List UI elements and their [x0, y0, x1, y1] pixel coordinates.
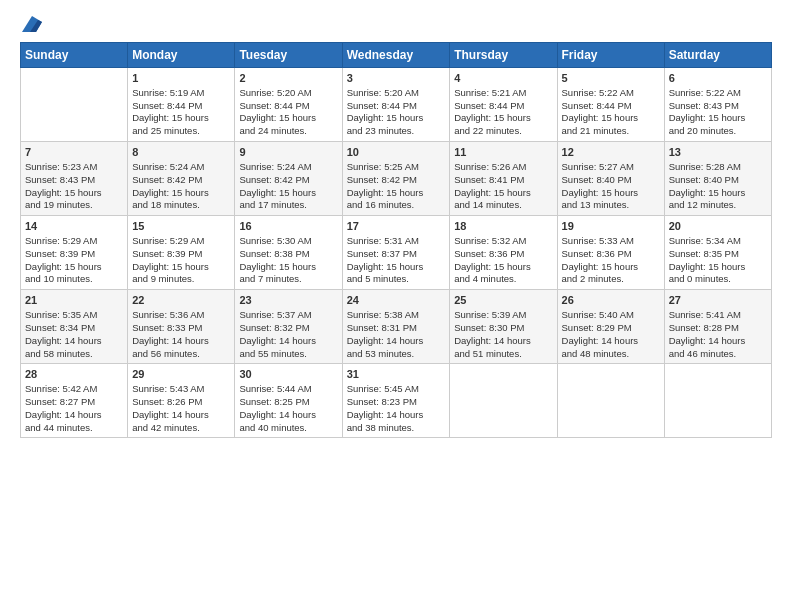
- day-info: Sunrise: 5:35 AM Sunset: 8:34 PM Dayligh…: [25, 309, 102, 358]
- header: [20, 16, 772, 32]
- column-header-wednesday: Wednesday: [342, 43, 450, 68]
- day-info: Sunrise: 5:21 AM Sunset: 8:44 PM Dayligh…: [454, 87, 531, 136]
- day-cell: 31Sunrise: 5:45 AM Sunset: 8:23 PM Dayli…: [342, 364, 450, 438]
- day-number: 2: [239, 71, 337, 86]
- day-cell: 6Sunrise: 5:22 AM Sunset: 8:43 PM Daylig…: [664, 68, 771, 142]
- day-cell: 25Sunrise: 5:39 AM Sunset: 8:30 PM Dayli…: [450, 290, 557, 364]
- calendar-header: SundayMondayTuesdayWednesdayThursdayFrid…: [21, 43, 772, 68]
- day-number: 28: [25, 367, 123, 382]
- day-cell: 4Sunrise: 5:21 AM Sunset: 8:44 PM Daylig…: [450, 68, 557, 142]
- day-number: 5: [562, 71, 660, 86]
- day-info: Sunrise: 5:39 AM Sunset: 8:30 PM Dayligh…: [454, 309, 531, 358]
- day-cell: 28Sunrise: 5:42 AM Sunset: 8:27 PM Dayli…: [21, 364, 128, 438]
- day-info: Sunrise: 5:20 AM Sunset: 8:44 PM Dayligh…: [239, 87, 316, 136]
- day-number: 20: [669, 219, 767, 234]
- day-cell: 26Sunrise: 5:40 AM Sunset: 8:29 PM Dayli…: [557, 290, 664, 364]
- day-info: Sunrise: 5:40 AM Sunset: 8:29 PM Dayligh…: [562, 309, 639, 358]
- week-row-3: 14Sunrise: 5:29 AM Sunset: 8:39 PM Dayli…: [21, 216, 772, 290]
- calendar-body: 1Sunrise: 5:19 AM Sunset: 8:44 PM Daylig…: [21, 68, 772, 438]
- logo-icon: [22, 16, 42, 32]
- day-info: Sunrise: 5:25 AM Sunset: 8:42 PM Dayligh…: [347, 161, 424, 210]
- day-number: 17: [347, 219, 446, 234]
- day-info: Sunrise: 5:37 AM Sunset: 8:32 PM Dayligh…: [239, 309, 316, 358]
- day-cell: [664, 364, 771, 438]
- day-number: 21: [25, 293, 123, 308]
- day-number: 8: [132, 145, 230, 160]
- day-info: Sunrise: 5:43 AM Sunset: 8:26 PM Dayligh…: [132, 383, 209, 432]
- day-number: 19: [562, 219, 660, 234]
- day-cell: 17Sunrise: 5:31 AM Sunset: 8:37 PM Dayli…: [342, 216, 450, 290]
- day-info: Sunrise: 5:29 AM Sunset: 8:39 PM Dayligh…: [132, 235, 209, 284]
- day-number: 1: [132, 71, 230, 86]
- day-info: Sunrise: 5:28 AM Sunset: 8:40 PM Dayligh…: [669, 161, 746, 210]
- column-header-thursday: Thursday: [450, 43, 557, 68]
- day-cell: 27Sunrise: 5:41 AM Sunset: 8:28 PM Dayli…: [664, 290, 771, 364]
- day-cell: [21, 68, 128, 142]
- day-info: Sunrise: 5:24 AM Sunset: 8:42 PM Dayligh…: [132, 161, 209, 210]
- day-cell: 7Sunrise: 5:23 AM Sunset: 8:43 PM Daylig…: [21, 142, 128, 216]
- column-header-saturday: Saturday: [664, 43, 771, 68]
- day-cell: 20Sunrise: 5:34 AM Sunset: 8:35 PM Dayli…: [664, 216, 771, 290]
- day-number: 10: [347, 145, 446, 160]
- day-number: 14: [25, 219, 123, 234]
- day-cell: 1Sunrise: 5:19 AM Sunset: 8:44 PM Daylig…: [128, 68, 235, 142]
- day-info: Sunrise: 5:27 AM Sunset: 8:40 PM Dayligh…: [562, 161, 639, 210]
- day-cell: 15Sunrise: 5:29 AM Sunset: 8:39 PM Dayli…: [128, 216, 235, 290]
- day-number: 29: [132, 367, 230, 382]
- day-number: 27: [669, 293, 767, 308]
- day-cell: 9Sunrise: 5:24 AM Sunset: 8:42 PM Daylig…: [235, 142, 342, 216]
- week-row-5: 28Sunrise: 5:42 AM Sunset: 8:27 PM Dayli…: [21, 364, 772, 438]
- day-number: 23: [239, 293, 337, 308]
- logo: [20, 16, 42, 32]
- day-info: Sunrise: 5:36 AM Sunset: 8:33 PM Dayligh…: [132, 309, 209, 358]
- day-number: 6: [669, 71, 767, 86]
- week-row-1: 1Sunrise: 5:19 AM Sunset: 8:44 PM Daylig…: [21, 68, 772, 142]
- day-cell: 5Sunrise: 5:22 AM Sunset: 8:44 PM Daylig…: [557, 68, 664, 142]
- day-number: 18: [454, 219, 552, 234]
- day-number: 12: [562, 145, 660, 160]
- day-cell: 30Sunrise: 5:44 AM Sunset: 8:25 PM Dayli…: [235, 364, 342, 438]
- calendar-table: SundayMondayTuesdayWednesdayThursdayFrid…: [20, 42, 772, 438]
- day-info: Sunrise: 5:30 AM Sunset: 8:38 PM Dayligh…: [239, 235, 316, 284]
- day-cell: 14Sunrise: 5:29 AM Sunset: 8:39 PM Dayli…: [21, 216, 128, 290]
- day-info: Sunrise: 5:24 AM Sunset: 8:42 PM Dayligh…: [239, 161, 316, 210]
- day-number: 16: [239, 219, 337, 234]
- day-cell: [557, 364, 664, 438]
- day-cell: 29Sunrise: 5:43 AM Sunset: 8:26 PM Dayli…: [128, 364, 235, 438]
- day-number: 3: [347, 71, 446, 86]
- header-row: SundayMondayTuesdayWednesdayThursdayFrid…: [21, 43, 772, 68]
- day-number: 9: [239, 145, 337, 160]
- day-cell: 13Sunrise: 5:28 AM Sunset: 8:40 PM Dayli…: [664, 142, 771, 216]
- day-number: 31: [347, 367, 446, 382]
- day-number: 11: [454, 145, 552, 160]
- day-info: Sunrise: 5:26 AM Sunset: 8:41 PM Dayligh…: [454, 161, 531, 210]
- day-number: 13: [669, 145, 767, 160]
- week-row-2: 7Sunrise: 5:23 AM Sunset: 8:43 PM Daylig…: [21, 142, 772, 216]
- day-info: Sunrise: 5:19 AM Sunset: 8:44 PM Dayligh…: [132, 87, 209, 136]
- day-info: Sunrise: 5:42 AM Sunset: 8:27 PM Dayligh…: [25, 383, 102, 432]
- day-cell: 19Sunrise: 5:33 AM Sunset: 8:36 PM Dayli…: [557, 216, 664, 290]
- day-number: 25: [454, 293, 552, 308]
- day-info: Sunrise: 5:31 AM Sunset: 8:37 PM Dayligh…: [347, 235, 424, 284]
- day-number: 24: [347, 293, 446, 308]
- column-header-friday: Friday: [557, 43, 664, 68]
- day-cell: 24Sunrise: 5:38 AM Sunset: 8:31 PM Dayli…: [342, 290, 450, 364]
- day-info: Sunrise: 5:23 AM Sunset: 8:43 PM Dayligh…: [25, 161, 102, 210]
- day-info: Sunrise: 5:22 AM Sunset: 8:44 PM Dayligh…: [562, 87, 639, 136]
- day-cell: 2Sunrise: 5:20 AM Sunset: 8:44 PM Daylig…: [235, 68, 342, 142]
- day-info: Sunrise: 5:44 AM Sunset: 8:25 PM Dayligh…: [239, 383, 316, 432]
- day-info: Sunrise: 5:38 AM Sunset: 8:31 PM Dayligh…: [347, 309, 424, 358]
- week-row-4: 21Sunrise: 5:35 AM Sunset: 8:34 PM Dayli…: [21, 290, 772, 364]
- day-info: Sunrise: 5:32 AM Sunset: 8:36 PM Dayligh…: [454, 235, 531, 284]
- day-cell: 16Sunrise: 5:30 AM Sunset: 8:38 PM Dayli…: [235, 216, 342, 290]
- day-info: Sunrise: 5:29 AM Sunset: 8:39 PM Dayligh…: [25, 235, 102, 284]
- day-info: Sunrise: 5:45 AM Sunset: 8:23 PM Dayligh…: [347, 383, 424, 432]
- day-number: 22: [132, 293, 230, 308]
- day-info: Sunrise: 5:20 AM Sunset: 8:44 PM Dayligh…: [347, 87, 424, 136]
- day-number: 26: [562, 293, 660, 308]
- day-cell: 10Sunrise: 5:25 AM Sunset: 8:42 PM Dayli…: [342, 142, 450, 216]
- day-number: 7: [25, 145, 123, 160]
- day-cell: 21Sunrise: 5:35 AM Sunset: 8:34 PM Dayli…: [21, 290, 128, 364]
- day-info: Sunrise: 5:34 AM Sunset: 8:35 PM Dayligh…: [669, 235, 746, 284]
- day-cell: [450, 364, 557, 438]
